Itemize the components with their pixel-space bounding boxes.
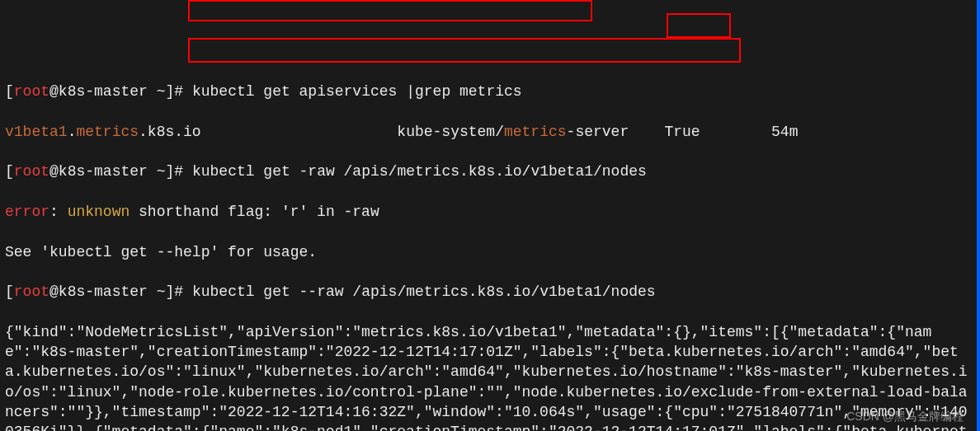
error-label: error [5,204,49,220]
error-line: error: unknown shorthand flag: 'r' in -r… [5,202,972,222]
prompt-user: root [14,83,49,100]
output-apiservice: v1beta1.metrics.k8s.io kube-system/metri… [5,122,972,142]
command-2[interactable]: kubectl get -raw /apis/metrics.k8s.io/v1… [192,163,647,180]
highlight-box-1 [188,0,592,21]
command-3[interactable]: kubectl get --raw /apis/metrics.k8s.io/v… [192,283,656,300]
prompt-host: k8s-master [59,83,148,100]
prompt-cwd: ~ [157,83,166,100]
prompt-symbol: # [174,83,183,100]
error-unknown: unknown [68,204,130,220]
metrics-word: metrics [76,124,139,140]
api-version: v1beta1 [5,124,68,140]
json-output: {"kind":"NodeMetricsList","apiVersion":"… [5,322,972,431]
status-true: True [664,124,700,140]
terminal-line-1: [root@k8s-master ~]# kubectl get apiserv… [5,82,972,101]
highlight-box-3 [188,38,741,63]
terminal-line-3: [root@k8s-master ~]# kubectl get --raw /… [5,282,972,302]
watermark: CSDN @黑马金牌编程 [846,409,964,424]
command-1[interactable]: kubectl get apiservices |grep metrics [192,83,522,100]
terminal-line-2: [root@k8s-master ~]# kubectl get -raw /a… [5,162,972,181]
age: 54m [771,124,798,140]
see-help: See 'kubectl get --help' for usage. [5,242,972,262]
highlight-box-2 [667,13,731,38]
